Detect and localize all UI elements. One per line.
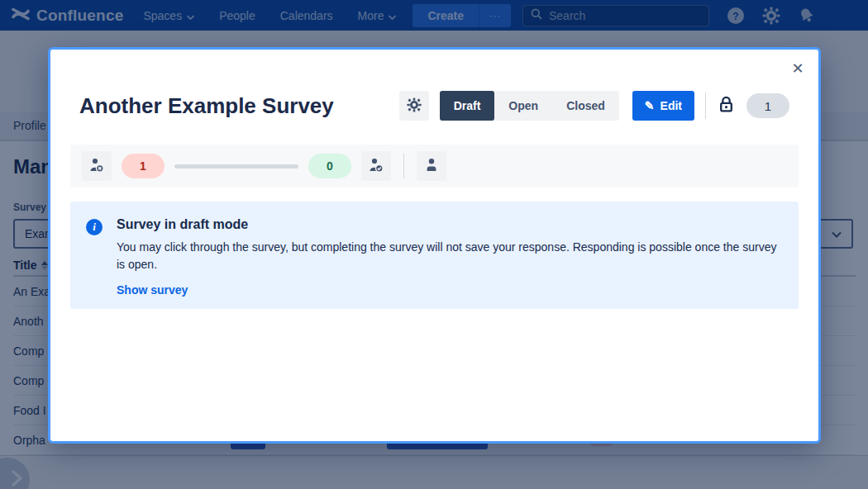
completed-count-badge: 0 bbox=[308, 154, 351, 178]
gear-icon bbox=[407, 97, 422, 115]
declined-count-badge: 1 bbox=[122, 154, 165, 178]
completed-users-button[interactable] bbox=[361, 151, 391, 181]
state-segmented-control: Draft Open Closed bbox=[440, 91, 619, 121]
dialog-title: Another Example Survey bbox=[79, 93, 389, 119]
dialog-header: Another Example Survey bbox=[79, 89, 789, 122]
survey-dialog: ✕ Another Example Survey bbox=[48, 47, 821, 444]
lock-icon bbox=[717, 95, 736, 117]
edit-button[interactable]: ✎ Edit bbox=[632, 91, 694, 121]
survey-settings-button[interactable] bbox=[399, 91, 429, 121]
info-icon: i bbox=[86, 219, 103, 235]
info-body: You may click through the survey, but co… bbox=[117, 239, 782, 273]
person-icon bbox=[423, 157, 440, 176]
completion-progress-bar bbox=[174, 164, 298, 169]
stats-strip: 1 0 bbox=[70, 145, 799, 188]
declined-users-button[interactable] bbox=[82, 151, 112, 181]
pencil-icon: ✎ bbox=[645, 99, 655, 112]
show-survey-link[interactable]: Show survey bbox=[117, 283, 188, 297]
screen: Confluence Spaces People Calendars More … bbox=[0, 0, 868, 489]
participants-count-badge[interactable]: 1 bbox=[746, 93, 789, 118]
close-icon[interactable]: ✕ bbox=[786, 57, 809, 80]
person-x-icon bbox=[88, 157, 105, 176]
state-open-button[interactable]: Open bbox=[494, 91, 552, 121]
strip-divider bbox=[403, 154, 404, 178]
header-divider bbox=[705, 93, 706, 119]
info-title: Survey in draft mode bbox=[117, 217, 782, 232]
state-draft-button[interactable]: Draft bbox=[440, 91, 495, 121]
person-check-icon bbox=[368, 157, 384, 176]
info-panel: i Survey in draft mode You may click thr… bbox=[70, 202, 799, 309]
state-closed-button[interactable]: Closed bbox=[552, 91, 619, 121]
participants-button[interactable] bbox=[417, 151, 446, 181]
